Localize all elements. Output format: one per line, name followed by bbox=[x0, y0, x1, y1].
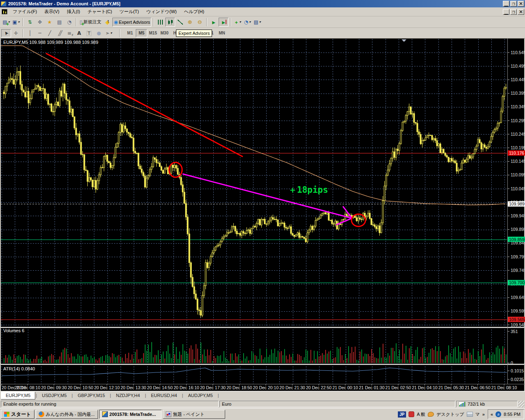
menu-help[interactable]: ヘルプ(H) bbox=[180, 8, 208, 15]
chart-tab-gbpjpy-m15[interactable]: GBPJPY,M15 bbox=[73, 392, 109, 399]
toolbar-separator bbox=[23, 29, 23, 37]
ime-mode[interactable]: A 般 bbox=[417, 411, 425, 418]
chart-tab-eurjpy-m5[interactable]: EURJPY,M5 bbox=[1, 392, 35, 399]
trendline-button[interactable] bbox=[45, 29, 55, 37]
chart-shift-icon bbox=[222, 20, 225, 25]
menu-charts[interactable]: チャート(C) bbox=[84, 8, 116, 15]
timeframe-m1-button[interactable]: M1 bbox=[124, 29, 136, 37]
paint-task-button[interactable]: 無題 - ペイント bbox=[163, 410, 225, 419]
chart-tab-audjpy-m5[interactable]: AUDJPY,M5 bbox=[183, 392, 217, 399]
metatrader-task-button[interactable]: 2001578: MetaTrade... bbox=[99, 410, 162, 419]
svg-text:110.195: 110.195 bbox=[511, 145, 525, 150]
overflow-chevron[interactable]: » bbox=[482, 412, 485, 417]
menu-view[interactable]: 表示(V) bbox=[41, 8, 63, 15]
close-button[interactable] bbox=[518, 1, 524, 7]
navigator-button[interactable] bbox=[35, 18, 45, 27]
paint-icon bbox=[166, 411, 171, 417]
tray-app-icon[interactable] bbox=[495, 411, 501, 417]
status-message-panel: Enable experts for running bbox=[1, 401, 219, 407]
task-label: 無題 - ペイント bbox=[173, 411, 205, 418]
fibonacci-button[interactable] bbox=[64, 29, 74, 37]
mdi-close-button[interactable] bbox=[518, 9, 524, 15]
ime-desktop-label[interactable]: デスクトップ bbox=[436, 411, 464, 418]
mdi-restore-button[interactable] bbox=[510, 9, 517, 15]
text-label-button[interactable] bbox=[84, 29, 94, 37]
chart-shift-button[interactable] bbox=[219, 18, 228, 27]
timeframe-mn-button[interactable]: MN bbox=[216, 29, 228, 37]
zoom-in-button[interactable] bbox=[185, 18, 195, 27]
new-order-button[interactable]: 新規注文 bbox=[78, 18, 103, 27]
new-chart-button[interactable] bbox=[1, 18, 11, 27]
market-watch-button[interactable] bbox=[25, 18, 35, 27]
ime-short-label[interactable]: マ bbox=[475, 411, 480, 418]
line-chart-button[interactable] bbox=[175, 18, 185, 27]
auto-scroll-button[interactable] bbox=[209, 18, 219, 27]
chart-canvas[interactable]: 110.545110.495110.445110.395110.345110.2… bbox=[0, 39, 525, 391]
vertical-line-button[interactable] bbox=[25, 29, 35, 37]
crosshair-button[interactable] bbox=[11, 29, 21, 37]
firefox-task-button[interactable]: みんなの外為 - 国内最... bbox=[36, 410, 98, 419]
data-counter: 732/1 kb bbox=[468, 402, 485, 406]
template-icon bbox=[253, 20, 258, 25]
svg-text:21 Dec 02:50: 21 Dec 02:50 bbox=[386, 385, 411, 390]
volumes-label: Volumes 6 bbox=[3, 328, 24, 333]
expert-advisors-button[interactable]: Expert Advisors bbox=[112, 18, 151, 27]
shapes-button[interactable] bbox=[94, 29, 104, 37]
zoom-out-button[interactable] bbox=[195, 18, 205, 27]
data-window-icon bbox=[57, 20, 62, 25]
chart-tab-nzdjpy-h4[interactable]: NZDJPY,H4 bbox=[112, 392, 144, 399]
resize-grip[interactable] bbox=[518, 401, 524, 407]
indicators-button[interactable] bbox=[233, 18, 242, 27]
chart-tab-eurusd-h4[interactable]: EURUSD,H4 bbox=[146, 392, 182, 399]
timeframe-m5-button[interactable]: M5 bbox=[136, 29, 147, 37]
terminal-button[interactable] bbox=[45, 18, 55, 27]
toolbar-separator bbox=[206, 18, 207, 26]
chevron-down-icon bbox=[18, 20, 20, 24]
new-order-label: 新規注文 bbox=[83, 19, 101, 25]
text-label-icon bbox=[87, 31, 91, 36]
candlestick-chart-button[interactable] bbox=[165, 18, 175, 27]
start-button[interactable]: スタート bbox=[1, 410, 34, 419]
menu-tools[interactable]: ツール(T) bbox=[116, 8, 143, 15]
connection-status-icon bbox=[459, 402, 466, 407]
tray-chevron[interactable]: « bbox=[491, 412, 493, 417]
language-indicator[interactable]: JP bbox=[398, 411, 406, 418]
menu-file[interactable]: ファイル(F) bbox=[9, 8, 41, 15]
printer-icon[interactable] bbox=[467, 412, 473, 417]
menu-window[interactable]: ウィンドウ(W) bbox=[143, 8, 180, 15]
restore-icon bbox=[512, 9, 515, 14]
profiles-button[interactable] bbox=[11, 18, 21, 27]
mdi-minimize-button[interactable] bbox=[503, 9, 509, 15]
palette-icon[interactable] bbox=[428, 412, 434, 417]
menu-insert[interactable]: 挿入(I) bbox=[63, 8, 84, 15]
svg-text:20 Dec 17:30: 20 Dec 17:30 bbox=[200, 385, 226, 390]
templates-button[interactable] bbox=[252, 18, 262, 27]
minimize-icon bbox=[504, 9, 508, 14]
chart-tab-usdjpy-m5[interactable]: USDJPY,M5 bbox=[37, 392, 71, 399]
time-axis[interactable]: 20 Dec 201020 Dec 08:1020 Dec 09:3020 De… bbox=[0, 384, 525, 390]
minimize-button[interactable] bbox=[503, 1, 509, 7]
bar-chart-button[interactable] bbox=[155, 18, 165, 27]
connection-panel: 732/1 kb bbox=[456, 401, 518, 407]
svg-text:20 Dec 20:10: 20 Dec 20:10 bbox=[253, 385, 279, 390]
alert-button[interactable] bbox=[103, 18, 112, 27]
chart-window[interactable]: 110.545110.495110.445110.395110.345110.2… bbox=[0, 39, 525, 391]
horizontal-line-button[interactable] bbox=[35, 29, 45, 37]
pips-annotation: ＋18pips bbox=[288, 184, 328, 196]
restore-button[interactable] bbox=[510, 1, 517, 7]
timeframe-m30-button[interactable]: M30 bbox=[159, 29, 170, 37]
chart-symbol-label: EURJPY,M5 109.988 109.989 109.988 109.98… bbox=[3, 40, 98, 45]
cursor-button[interactable] bbox=[1, 29, 11, 37]
timeframe-m15-button[interactable]: M15 bbox=[147, 29, 159, 37]
close-icon bbox=[519, 1, 523, 6]
text-button[interactable] bbox=[74, 29, 84, 37]
chart-window-icon[interactable] bbox=[2, 9, 7, 14]
arrows-button[interactable] bbox=[104, 29, 114, 37]
channel-button[interactable] bbox=[55, 29, 64, 37]
periods-button[interactable] bbox=[242, 18, 252, 27]
data-window-button[interactable] bbox=[55, 18, 64, 27]
strategy-tester-button[interactable] bbox=[64, 18, 74, 27]
market-watch-icon bbox=[28, 20, 32, 25]
system-tray: « 8:55 PM bbox=[488, 409, 524, 419]
ime-icon[interactable] bbox=[409, 411, 414, 417]
